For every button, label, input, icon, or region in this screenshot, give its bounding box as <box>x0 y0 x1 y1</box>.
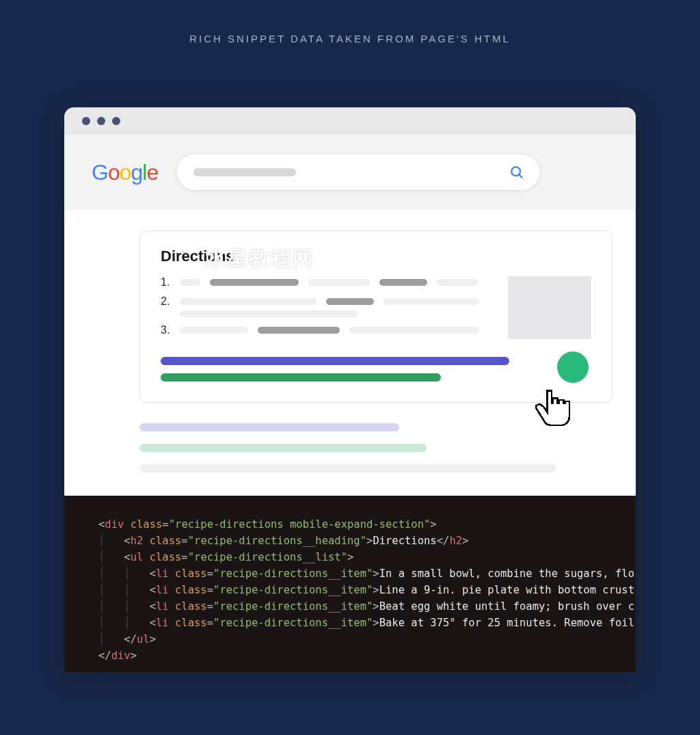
result-link-title[interactable] <box>161 357 509 365</box>
search-input[interactable] <box>177 155 539 190</box>
result-link-url[interactable] <box>139 444 427 452</box>
google-logo[interactable]: Google <box>92 160 158 185</box>
rich-snippet-card: Directions 1. <box>139 230 612 403</box>
logo-letter: e <box>146 160 158 185</box>
snippet-heading: Directions <box>161 248 591 265</box>
svg-point-0 <box>511 167 520 176</box>
browser-titlebar <box>64 107 636 135</box>
page-title: RICH SNIPPET DATA TAKEN FROM PAGE'S HTML <box>0 0 700 44</box>
logo-letter: G <box>92 160 108 185</box>
direction-number: 3. <box>161 324 173 336</box>
result-link-title[interactable] <box>139 423 399 431</box>
cursor-pointer-icon <box>529 385 577 433</box>
window-dot-close[interactable] <box>82 117 90 125</box>
search-icon[interactable] <box>509 165 524 180</box>
window-dot-minimize[interactable] <box>97 117 105 125</box>
direction-number: 1. <box>161 276 173 289</box>
search-query-placeholder <box>193 168 296 176</box>
snippet-thumbnail <box>508 276 591 339</box>
result-link-url[interactable] <box>161 373 441 382</box>
logo-letter: o <box>120 160 131 185</box>
logo-letter: g <box>131 160 142 185</box>
search-header: Google <box>64 135 636 210</box>
html-source-panel: <div class="recipe-directions mobile-exp… <box>64 496 636 672</box>
svg-line-1 <box>519 174 522 178</box>
direction-number: 2. <box>161 295 173 308</box>
expand-badge[interactable] <box>557 351 589 383</box>
directions-list: 1. 2. <box>161 276 492 343</box>
window-dot-zoom[interactable] <box>112 117 120 125</box>
direction-item: 1. <box>161 276 492 289</box>
result-snippet-line <box>139 464 556 472</box>
logo-letter: o <box>108 160 120 185</box>
direction-item: 3. <box>161 324 492 336</box>
direction-item: 2. <box>161 295 492 317</box>
